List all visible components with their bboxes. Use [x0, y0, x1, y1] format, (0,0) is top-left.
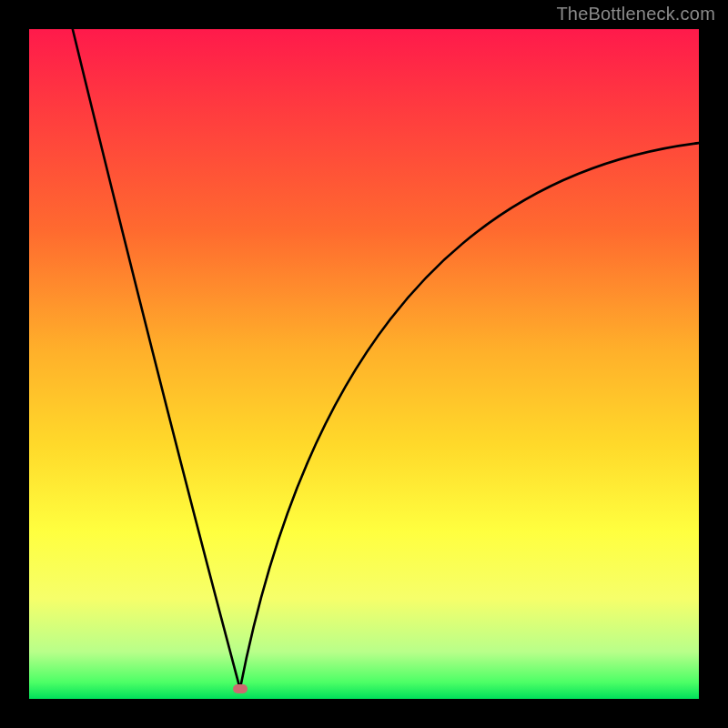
optimal-point-marker — [233, 684, 248, 693]
chart-frame: TheBottleneck.com — [0, 0, 728, 728]
plot-area — [29, 29, 699, 699]
watermark-text: TheBottleneck.com — [556, 4, 715, 25]
bottleneck-curve — [29, 29, 699, 699]
